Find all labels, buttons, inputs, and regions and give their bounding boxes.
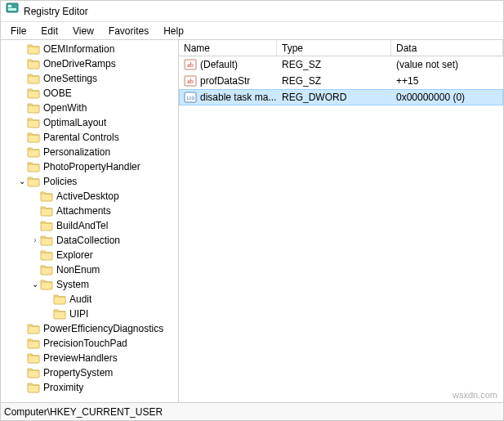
tree-item-openwith[interactable]: OpenWith [1,101,178,115]
tree-item-onedriveramps[interactable]: OneDriveRamps [1,56,178,71]
folder-icon [27,322,40,335]
folder-icon [53,293,66,306]
tree-item-personalization[interactable]: Personalization [1,145,178,159]
value-name: disable task ma... [200,92,276,103]
svg-rect-2 [8,8,16,11]
tree-item-buildandtel[interactable]: BuildAndTel [1,218,178,233]
folder-icon [27,366,40,379]
tree-item-label: PropertySystem [43,367,113,378]
tree-item-label: OEMInformation [43,43,114,55]
app-icon [6,1,19,22]
svg-text:110: 110 [186,95,195,101]
tree-item-label: PhotoPropertyHandler [43,161,140,172]
menu-help[interactable]: Help [157,22,190,39]
folder-icon [27,160,40,173]
value-data: ++15 [391,75,503,87]
tree-item-audit[interactable]: Audit [1,292,178,307]
tree-item-label: System [56,279,89,290]
folder-icon [27,43,40,56]
tree-item-parental-controls[interactable]: Parental Controls [1,130,178,145]
tree-item-photopropertyhandler[interactable]: PhotoPropertyHandler [1,159,178,174]
value-row[interactable]: ab(Default)REG_SZ(value not set) [179,56,503,73]
value-data: 0x00000000 (0) [391,92,503,103]
value-row[interactable]: 110disable task ma...REG_DWORD0x00000000… [179,89,503,105]
tree-item-policies[interactable]: Policies [1,174,178,189]
menu-favorites[interactable]: Favorites [102,22,155,39]
col-header-type[interactable]: Type [277,40,391,56]
dword-value-icon: 110 [184,91,197,104]
tree-item-explorer[interactable]: Explorer [1,248,178,262]
string-value-icon: ab [184,58,197,71]
tree-item-oobe[interactable]: OOBE [1,86,178,101]
svg-text:ab: ab [187,78,194,85]
folder-icon [40,204,53,217]
folder-icon [27,337,40,350]
tree-item-attachments[interactable]: Attachments [1,204,178,218]
tree-item-label: Audit [69,293,91,305]
tree-item-activedesktop[interactable]: ActiveDesktop [1,189,178,204]
window-title: Registry Editor [24,1,88,22]
menu-file[interactable]: File [4,22,33,39]
content-area: OEMInformationOneDriveRampsOneSettingsOO… [1,40,503,402]
folder-icon [27,131,40,144]
tree-item-datacollection[interactable]: DataCollection [1,233,178,248]
value-name: (Default) [200,59,238,70]
values-list-pane: Name Type Data ab(Default)REG_SZ(value n… [179,40,503,402]
value-name: profDataStr [200,75,250,87]
tree-item-oeminformation[interactable]: OEMInformation [1,42,178,56]
values-header: Name Type Data [179,40,503,56]
value-row[interactable]: abprofDataStrREG_SZ++15 [179,73,503,89]
col-header-data[interactable]: Data [391,40,503,56]
tree-item-uipi[interactable]: UIPI [1,307,178,321]
tree-item-optimallayout[interactable]: OptimalLayout [1,115,178,130]
tree-item-label: Policies [43,176,77,187]
menu-view[interactable]: View [66,22,100,39]
tree-item-label: OpenWith [43,102,87,114]
value-type: REG_SZ [277,75,391,87]
folder-icon [27,101,40,114]
tree-item-precisiontouchpad[interactable]: PrecisionTouchPad [1,336,178,351]
tree-item-label: PowerEfficiencyDiagnostics [43,323,163,334]
value-type: REG_DWORD [277,92,391,103]
svg-rect-1 [8,5,11,7]
titlebar: Registry Editor [1,1,503,22]
tree-pane[interactable]: OEMInformationOneDriveRampsOneSettingsOO… [1,40,179,402]
folder-icon [40,219,53,232]
expander-icon[interactable] [30,235,40,245]
tree-item-label: DataCollection [56,235,120,246]
values-body[interactable]: ab(Default)REG_SZ(value not set)abprofDa… [179,56,503,402]
expander-icon[interactable] [30,280,40,289]
tree-item-system[interactable]: System [1,277,178,292]
tree-item-label: OptimalLayout [43,117,106,128]
statusbar: Computer\HKEY_CURRENT_USER [1,402,503,420]
folder-icon [27,57,40,70]
tree-item-propertysystem[interactable]: PropertySystem [1,365,178,380]
tree-item-nonenum[interactable]: NonEnum [1,262,178,277]
tree-item-label: OOBE [43,87,72,99]
tree-item-label: Personalization [43,146,110,158]
tree-item-label: OneSettings [43,73,97,84]
tree-item-powerefficiencydiagnostics[interactable]: PowerEfficiencyDiagnostics [1,321,178,336]
string-value-icon: ab [184,74,197,87]
value-type: REG_SZ [277,59,391,70]
col-header-name[interactable]: Name [179,40,277,56]
folder-icon [27,146,40,159]
folder-icon [27,175,40,188]
tree-item-previewhandlers[interactable]: PreviewHandlers [1,351,178,365]
registry-editor-window: Registry Editor File Edit View Favorites… [0,0,504,421]
expander-icon[interactable] [17,177,27,186]
tree-item-onesettings[interactable]: OneSettings [1,71,178,86]
menu-edit[interactable]: Edit [34,22,65,39]
folder-icon [27,352,40,365]
tree-item-label: NonEnum [56,264,100,275]
tree-item-label: ActiveDesktop [56,190,119,202]
tree-item-label: Proximity [43,382,83,393]
folder-icon [27,87,40,100]
folder-icon [40,278,53,291]
svg-text:ab: ab [187,61,194,69]
tree-item-label: BuildAndTel [56,220,108,231]
folder-icon [40,234,53,247]
tree-item-label: Explorer [56,249,93,261]
tree-item-proximity[interactable]: Proximity [1,380,178,395]
menubar: File Edit View Favorites Help [1,22,503,40]
